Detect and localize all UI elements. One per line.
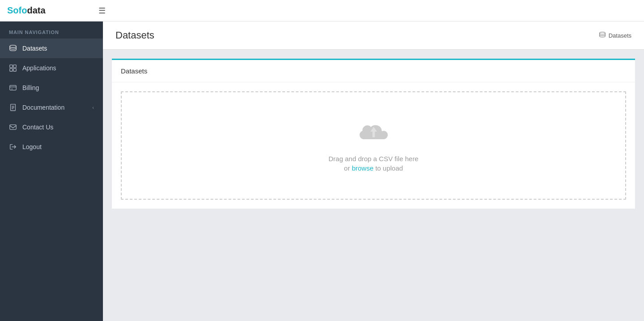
- brand-name-part1: Sofo: [7, 5, 27, 15]
- sidebar-item-label-datasets: Datasets: [22, 45, 94, 52]
- sidebar-item-documentation[interactable]: Documentation ‹: [0, 98, 103, 117]
- drop-zone-drag-text: Drag and drop a CSV file here: [328, 155, 418, 163]
- svg-rect-3: [10, 68, 13, 71]
- sidebar-item-contact-us[interactable]: Contact Us: [0, 117, 103, 137]
- datasets-icon: [9, 44, 17, 52]
- svg-rect-5: [10, 86, 16, 90]
- svg-point-0: [10, 45, 16, 47]
- card-body: Drag and drop a CSV file here or browse …: [112, 82, 635, 209]
- sidebar-item-datasets[interactable]: Datasets: [0, 39, 103, 58]
- svg-rect-2: [13, 65, 16, 68]
- menu-toggle-button[interactable]: ☰: [98, 6, 106, 16]
- sidebar-section-label: MAIN NAVIGATION: [0, 21, 103, 39]
- cloud-upload-icon: [358, 119, 390, 146]
- breadcrumb-label: Datasets: [609, 32, 631, 39]
- logout-icon: [9, 143, 17, 151]
- page-header: Datasets Datasets: [103, 21, 644, 50]
- contact-icon: [9, 123, 17, 131]
- drop-zone-browse-line: or browse to upload: [344, 164, 403, 172]
- documentation-icon: [9, 103, 17, 111]
- svg-rect-7: [10, 125, 16, 130]
- svg-rect-4: [13, 68, 16, 71]
- drop-zone-or-text: or: [344, 164, 350, 172]
- sidebar-item-billing[interactable]: Billing: [0, 78, 103, 98]
- brand-logo: Sofodata: [7, 5, 88, 16]
- page-title: Datasets: [115, 30, 154, 41]
- svg-rect-1: [10, 65, 13, 68]
- sidebar-item-label-logout: Logout: [22, 143, 94, 150]
- svg-point-8: [599, 32, 605, 34]
- drop-zone-upload-text: to upload: [375, 164, 403, 172]
- sidebar-item-applications[interactable]: Applications: [0, 58, 103, 78]
- sidebar-item-label-contact-us: Contact Us: [22, 124, 94, 131]
- datasets-card: Datasets Drag and drop a CSV file here o…: [112, 59, 635, 209]
- brand-name-part2: data: [27, 5, 45, 15]
- sidebar-item-label-applications: Applications: [22, 64, 94, 72]
- breadcrumb: Datasets: [599, 31, 631, 40]
- main-layout: MAIN NAVIGATION Datasets: [0, 21, 644, 321]
- file-drop-zone[interactable]: Drag and drop a CSV file here or browse …: [121, 91, 626, 200]
- browse-link[interactable]: browse: [352, 164, 373, 172]
- billing-icon: [9, 84, 17, 92]
- content-area: Datasets Datasets Datasets: [103, 21, 644, 321]
- sidebar-item-logout[interactable]: Logout: [0, 137, 103, 157]
- sidebar-item-label-documentation: Documentation: [22, 104, 87, 111]
- card-header: Datasets: [112, 60, 635, 82]
- sidebar-item-label-billing: Billing: [22, 84, 94, 91]
- sidebar: MAIN NAVIGATION Datasets: [0, 21, 103, 321]
- breadcrumb-datasets-icon: [599, 31, 606, 40]
- chevron-left-icon: ‹: [92, 105, 94, 110]
- applications-icon: [9, 64, 17, 72]
- topbar: Sofodata ☰: [0, 0, 644, 21]
